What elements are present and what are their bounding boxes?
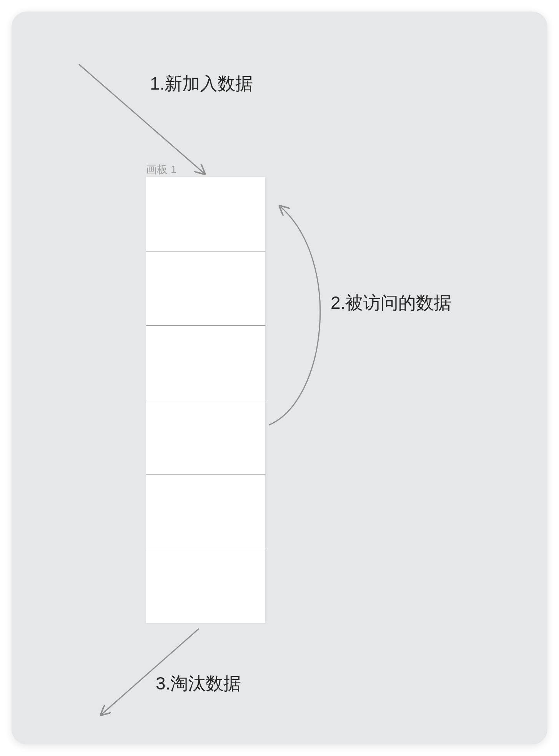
arrow-evict-icon: [12, 12, 547, 744]
diagram-card: 画板 1 1.新加入数据 2.被访问的数据: [12, 12, 547, 744]
svg-line-1: [102, 629, 199, 714]
